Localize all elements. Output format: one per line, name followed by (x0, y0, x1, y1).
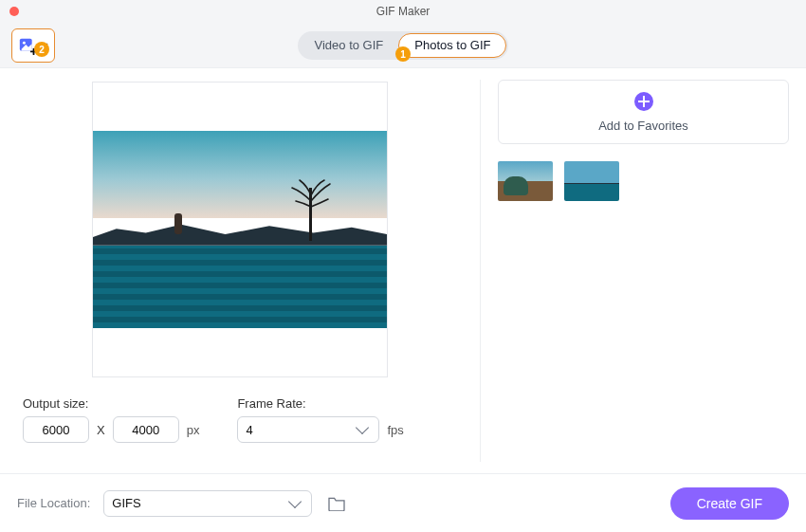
framerate-label: Frame Rate: (237, 396, 403, 411)
output-size-label: Output size: (23, 396, 199, 411)
file-location-label: File Location: (17, 496, 90, 510)
output-height-input[interactable] (113, 416, 179, 443)
favorites-pane: Add to Favorites (481, 68, 806, 473)
tab-video-to-gif[interactable]: Video to GIF (300, 33, 399, 58)
file-location-select[interactable]: GIFS (103, 490, 312, 517)
tab-photos-to-gif[interactable]: Photos to GIF (398, 33, 506, 58)
tree-icon (286, 178, 336, 241)
plus-icon (634, 92, 653, 111)
framerate-group: Frame Rate: 4 fps (237, 396, 403, 443)
window-title: GIF Maker (376, 5, 430, 18)
favorites-thumbnails (498, 161, 789, 201)
add-to-favorites-button[interactable]: Add to Favorites (498, 80, 789, 144)
footer: File Location: GIFS Create GIF (0, 473, 806, 532)
output-width-input[interactable] (23, 416, 89, 443)
open-folder-icon[interactable] (327, 496, 346, 511)
thumbnail[interactable] (564, 161, 619, 201)
svg-point-1 (23, 41, 26, 44)
add-media-badge: 2 (34, 42, 49, 57)
preview-photo (93, 131, 387, 328)
create-gif-button[interactable]: Create GIF (670, 487, 789, 520)
toolbar: 2 1 Video to GIF Photos to GIF (0, 23, 806, 68)
preview-pane: Output size: X px Frame Rate: 4 fps (0, 68, 480, 473)
thumbnail[interactable] (498, 161, 553, 201)
chevron-down-icon (356, 421, 369, 434)
chevron-down-icon (288, 494, 302, 507)
photos-tab-badge: 1 (395, 46, 411, 62)
size-separator: X (97, 423, 105, 437)
file-location-value: GIFS (112, 496, 140, 510)
preview-frame (92, 82, 388, 377)
output-size-group: Output size: X px (23, 396, 199, 443)
framerate-value: 4 (246, 423, 252, 437)
framerate-unit: fps (387, 423, 403, 437)
framerate-select[interactable]: 4 (237, 416, 379, 443)
size-unit: px (187, 423, 200, 437)
close-dot[interactable] (9, 7, 19, 16)
add-to-favorites-label: Add to Favorites (598, 119, 688, 133)
titlebar: GIF Maker (0, 0, 806, 23)
output-controls: Output size: X px Frame Rate: 4 fps (23, 396, 457, 443)
